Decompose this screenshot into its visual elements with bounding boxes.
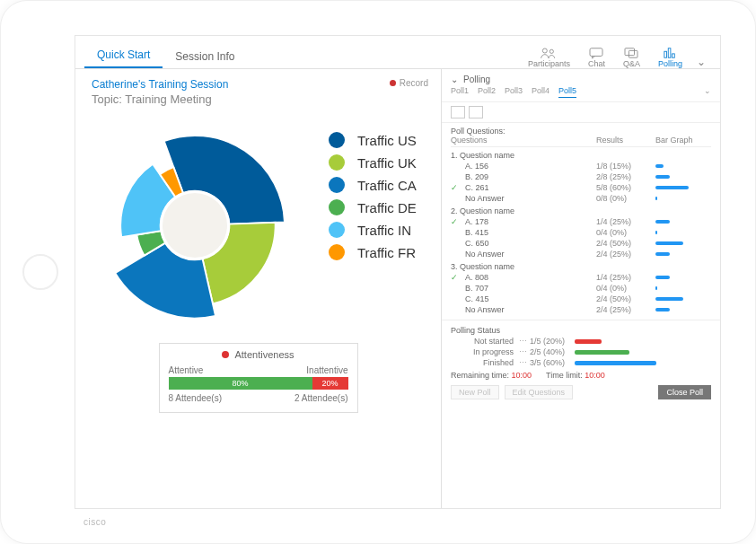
poll-answer-row: ✓A. 1781/4 (25%) [451, 217, 711, 226]
legend-item: Traffic US [329, 132, 417, 148]
legend-label: Traffic US [357, 133, 417, 148]
session-topic: Topic: Training Meeting [92, 92, 425, 106]
record-button[interactable]: Record [390, 78, 428, 88]
new-poll-button[interactable]: New Poll [451, 385, 499, 399]
answer-bar [655, 297, 711, 301]
brand-logo: cisco [84, 517, 106, 527]
answer-bar [655, 231, 711, 234]
status-label: Finished [451, 358, 519, 367]
answer-label: C. 415 [460, 294, 596, 303]
tab-quick-start[interactable]: Quick Start [84, 48, 163, 68]
svg-rect-6 [669, 48, 672, 58]
attentiveness-title: Attentiveness [169, 349, 348, 360]
answer-label: No Answer [460, 194, 596, 203]
status-more-icon[interactable]: ⋯ [519, 347, 530, 356]
close-poll-button[interactable]: Close Poll [658, 385, 711, 399]
poll-answer-row: No Answer0/8 (0%) [451, 194, 711, 203]
legend-label: Traffic CA [357, 178, 417, 193]
main-area: Record Catherine's Training Session Topi… [75, 69, 441, 508]
answer-result: 2/4 (50%) [596, 294, 655, 303]
answer-label: C. 261 [460, 183, 596, 192]
tab-session-info[interactable]: Session Info [163, 50, 247, 68]
legend-swatch [329, 154, 345, 171]
status-row: Not started⋯1/5 (20%) [451, 337, 711, 346]
tool-qa[interactable]: Q&A [614, 47, 649, 68]
legend-item: Traffic CA [329, 177, 417, 193]
poll-answer-row: C. 6502/4 (50%) [451, 239, 711, 248]
poll-tab-more[interactable]: ⌄ [704, 86, 711, 98]
session-title: Catherine's Training Session [92, 78, 425, 91]
poll-answer-row: No Answer2/4 (25%) [451, 250, 711, 259]
answer-result: 5/8 (60%) [596, 183, 655, 192]
answer-bar [655, 276, 711, 279]
answer-result: 0/4 (0%) [596, 284, 655, 293]
poll-question-title: 2. Question name [451, 206, 711, 215]
answer-label: A. 178 [460, 217, 596, 226]
status-more-icon[interactable]: ⋯ [519, 337, 530, 346]
answer-result: 2/4 (25%) [596, 305, 655, 314]
answer-label: No Answer [460, 305, 596, 314]
poll-tab[interactable]: Poll5 [558, 86, 576, 98]
poll-answer-row: B. 4150/4 (0%) [451, 228, 711, 237]
poll-question-title: 3. Question name [451, 262, 711, 271]
edit-questions-button[interactable]: Edit Questions [505, 385, 574, 399]
answer-check-icon: ✓ [451, 183, 460, 192]
attentiveness-panel: Attentiveness AttentiveInattentive 80% 2… [159, 343, 358, 413]
legend-swatch [329, 177, 345, 193]
chart-legend: Traffic USTraffic UKTraffic CATraffic DE… [329, 126, 417, 267]
tool-polling[interactable]: Polling [649, 47, 691, 68]
poll-tab[interactable]: Poll3 [505, 86, 523, 98]
status-value: 1/5 (20%) [530, 337, 575, 346]
tool-chat[interactable]: Chat [579, 47, 614, 68]
legend-label: Traffic UK [357, 155, 417, 171]
svg-rect-7 [672, 54, 675, 57]
answer-result: 0/8 (0%) [596, 194, 655, 203]
legend-item: Traffic DE [329, 199, 417, 215]
svg-rect-3 [625, 48, 635, 56]
status-row: Finished⋯3/5 (60%) [451, 358, 711, 367]
answer-label: A. 156 [460, 162, 596, 171]
tool-participants[interactable]: Participants [519, 47, 579, 68]
screen: Quick Start Session Info Participants Ch… [75, 35, 721, 509]
toolbar-chevron[interactable]: ⌄ [691, 56, 711, 68]
tablet-frame: Quick Start Session Info Participants Ch… [0, 0, 756, 544]
answer-result: 2/4 (25%) [596, 250, 655, 259]
svg-point-1 [550, 49, 554, 53]
polling-status: Polling Status Not started⋯1/5 (20%)In p… [442, 320, 720, 405]
poll-tab[interactable]: Poll1 [451, 86, 469, 98]
answer-label: A. 808 [460, 273, 596, 282]
answer-bar [655, 252, 711, 256]
panel-title: Polling [463, 75, 490, 84]
svg-rect-2 [590, 48, 602, 57]
poll-tab[interactable]: Poll2 [478, 86, 496, 98]
answer-result: 1/4 (25%) [596, 273, 655, 282]
home-button[interactable] [22, 254, 58, 290]
polling-status-title: Polling Status [451, 326, 711, 335]
status-bar [575, 339, 711, 344]
poll-questions: Poll Questions: Questions Results Bar Gr… [442, 123, 720, 320]
poll-answer-row: B. 7070/4 (0%) [451, 284, 711, 293]
poll-tabs: Poll1Poll2Poll3Poll4Poll5⌄ [442, 86, 720, 102]
answer-bar [655, 220, 711, 224]
poll-answer-row: No Answer2/4 (25%) [451, 305, 711, 314]
poll-answer-row: ✓C. 2615/8 (60%) [451, 183, 711, 192]
status-label: Not started [451, 337, 519, 346]
panel-collapse-icon[interactable]: ⌄ [451, 75, 458, 84]
legend-item: Traffic IN [329, 222, 417, 238]
poll-chart-icon[interactable] [469, 106, 483, 118]
answer-label: B. 707 [460, 284, 596, 293]
answer-check-icon: ✓ [451, 217, 460, 226]
status-more-icon[interactable]: ⋯ [519, 358, 530, 367]
poll-answer-row: A. 1561/8 (15%) [451, 162, 711, 171]
answer-bar [655, 186, 711, 189]
poll-tab[interactable]: Poll4 [532, 86, 549, 98]
answer-result: 2/4 (50%) [596, 239, 655, 248]
legend-label: Traffic DE [357, 200, 417, 215]
answer-result: 1/4 (25%) [596, 217, 655, 226]
status-value: 3/5 (60%) [530, 358, 575, 367]
answer-label: C. 650 [460, 239, 596, 248]
attentiveness-bar: 80% 20% [169, 377, 348, 390]
answer-check-icon: ✓ [451, 273, 460, 282]
poll-options-icon[interactable] [451, 106, 465, 118]
svg-rect-5 [664, 51, 667, 57]
